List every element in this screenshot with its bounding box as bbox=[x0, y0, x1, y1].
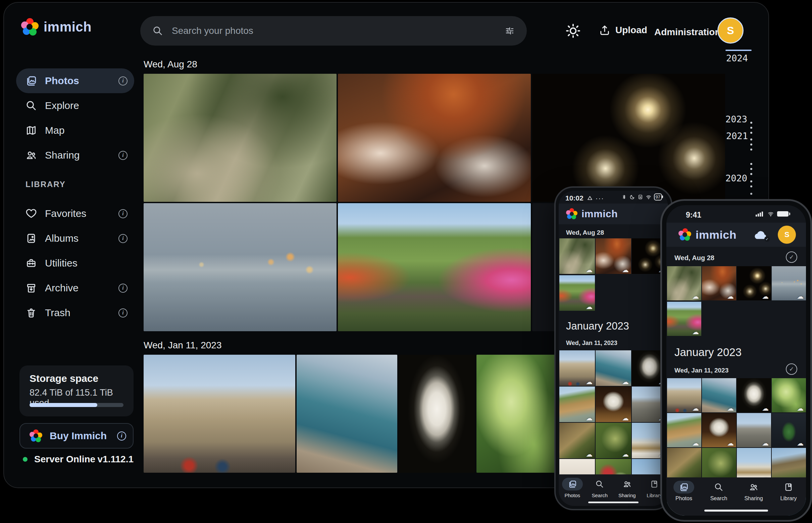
search-input[interactable] bbox=[171, 25, 505, 37]
info-icon[interactable]: i bbox=[118, 234, 127, 243]
search-icon bbox=[714, 483, 723, 492]
sidebar-item-label: Explore bbox=[45, 100, 134, 111]
photo-marble-bust[interactable] bbox=[399, 355, 475, 473]
photo-park[interactable] bbox=[667, 302, 701, 336]
administration-link[interactable]: Administration bbox=[654, 27, 721, 38]
filter-tune-icon[interactable] bbox=[505, 26, 515, 36]
app-logo[interactable]: immich bbox=[21, 18, 92, 36]
bottom-nav: Photos Search Sharing Library bbox=[559, 474, 668, 506]
brand-name: immich bbox=[582, 208, 618, 220]
photo-moss[interactable] bbox=[702, 448, 736, 482]
photo-bust[interactable] bbox=[737, 378, 771, 412]
photo-fortress[interactable] bbox=[667, 378, 701, 412]
tab-sharing[interactable]: Sharing bbox=[614, 474, 641, 506]
sidebar-item-albums[interactable]: Albums i bbox=[16, 226, 134, 251]
tab-library[interactable]: Library bbox=[771, 477, 806, 516]
info-icon[interactable]: i bbox=[118, 308, 127, 318]
info-icon[interactable]: i bbox=[117, 431, 126, 440]
user-avatar[interactable]: S bbox=[718, 17, 744, 43]
sharing-people-icon bbox=[623, 480, 632, 488]
select-all-check-icon[interactable]: ✓ bbox=[786, 251, 797, 263]
tab-label: Sharing bbox=[744, 495, 763, 502]
select-all-check-icon[interactable]: ✓ bbox=[786, 363, 797, 375]
sidebar-item-map[interactable]: Map bbox=[16, 118, 134, 143]
info-icon[interactable]: i bbox=[118, 284, 127, 293]
photo-fireworks[interactable] bbox=[737, 266, 771, 301]
sidebar-item-label: Trash bbox=[45, 307, 118, 319]
photo-fortress[interactable] bbox=[559, 350, 595, 386]
photo-seafort[interactable] bbox=[595, 350, 631, 386]
avatar-initial: S bbox=[727, 24, 734, 37]
buy-immich-button[interactable]: Buy Immich i bbox=[19, 423, 134, 449]
theme-toggle-button[interactable] bbox=[565, 23, 581, 39]
photo-church[interactable] bbox=[737, 448, 771, 482]
timeline-scroll-marker[interactable] bbox=[725, 50, 751, 51]
photo-green-plant-berries[interactable] bbox=[477, 355, 559, 473]
sidebar-item-sharing[interactable]: Sharing i bbox=[16, 143, 134, 168]
photo-seafort[interactable] bbox=[702, 378, 736, 412]
sidebar-item-explore[interactable]: Explore bbox=[16, 93, 134, 118]
photo-sea-fort-coast[interactable] bbox=[297, 355, 397, 473]
sidebar-item-archive[interactable]: Archive i bbox=[16, 275, 134, 301]
timeline-year[interactable]: 2020 bbox=[725, 173, 747, 183]
immich-flower-icon bbox=[678, 228, 691, 241]
photo-ruin[interactable] bbox=[737, 413, 771, 447]
photo-autumn-park-path[interactable] bbox=[338, 203, 531, 331]
tab-photos[interactable]: Photos bbox=[559, 474, 586, 506]
sidebar-item-photos[interactable]: Photos i bbox=[16, 68, 134, 93]
photo-zoo-monkeys-gazebo[interactable] bbox=[144, 74, 336, 202]
search-bar[interactable] bbox=[140, 16, 527, 46]
user-avatar[interactable]: S bbox=[778, 226, 796, 244]
photos-icon bbox=[679, 483, 689, 492]
cloud-sync-button[interactable]: ✓ bbox=[754, 229, 768, 240]
sidebar-item-utilities[interactable]: Utilities bbox=[16, 251, 134, 275]
photo-dinner[interactable] bbox=[702, 266, 736, 301]
battery-icon bbox=[777, 211, 789, 217]
timeline-year[interactable]: 2024 bbox=[726, 53, 748, 64]
info-icon[interactable]: i bbox=[118, 76, 127, 86]
photo-hands[interactable] bbox=[772, 266, 806, 301]
timeline-year[interactable]: 2023 bbox=[725, 114, 747, 124]
photo-grid bbox=[559, 350, 668, 494]
photo-farm[interactable] bbox=[772, 448, 806, 482]
tab-label: Photos bbox=[675, 495, 692, 502]
photo-beach[interactable] bbox=[667, 413, 701, 447]
tab-photos[interactable]: Photos bbox=[667, 477, 701, 516]
android-status-left: 10:02 ··· bbox=[565, 194, 604, 202]
photo-monkeys[interactable] bbox=[667, 266, 701, 301]
sidebar-item-label: Sharing bbox=[45, 149, 118, 161]
photo-stone[interactable] bbox=[595, 386, 631, 422]
photo-monkeys[interactable] bbox=[559, 238, 595, 274]
photo-fireworks-night[interactable] bbox=[532, 74, 725, 202]
photo-lizard[interactable] bbox=[667, 448, 701, 482]
sidebar-item-trash[interactable]: Trash i bbox=[16, 301, 134, 325]
info-icon[interactable]: i bbox=[118, 209, 127, 218]
photo-park[interactable] bbox=[559, 275, 595, 311]
info-icon[interactable]: i bbox=[118, 151, 127, 160]
date-group-header: Wed, Aug 28 bbox=[144, 59, 197, 70]
server-version: v1.112.1 bbox=[98, 454, 134, 465]
photo-autumn-dinner-table[interactable] bbox=[338, 74, 531, 202]
map-icon bbox=[25, 125, 37, 136]
photos-icon bbox=[25, 75, 37, 87]
photo-holding-hands-lake[interactable] bbox=[144, 203, 336, 331]
timeline-year[interactable]: 2021 bbox=[726, 131, 748, 141]
date-group-header: Wed, Aug 28 bbox=[566, 229, 604, 236]
photo-plant[interactable] bbox=[772, 378, 806, 412]
photo-stone[interactable] bbox=[702, 413, 736, 447]
brand-name: immich bbox=[44, 19, 92, 35]
explore-search-icon bbox=[25, 100, 37, 111]
photo-fortress-walls-cars[interactable] bbox=[144, 355, 295, 473]
date-group-header: Wed, Jan 11, 2023 bbox=[144, 340, 222, 351]
sidebar-item-favorites[interactable]: Favorites i bbox=[16, 201, 134, 226]
photos-icon bbox=[568, 480, 577, 488]
photo-xmas[interactable] bbox=[772, 413, 806, 447]
photo-lizard[interactable] bbox=[559, 423, 595, 458]
upload-button[interactable]: Upload bbox=[599, 24, 647, 36]
upload-icon bbox=[599, 24, 611, 36]
photo-dinner[interactable] bbox=[595, 238, 631, 274]
tab-search[interactable]: Search bbox=[586, 474, 614, 506]
photo-beach[interactable] bbox=[559, 386, 595, 422]
photo-moss[interactable] bbox=[595, 423, 631, 458]
ios-status-left: 9:41 bbox=[686, 211, 701, 220]
